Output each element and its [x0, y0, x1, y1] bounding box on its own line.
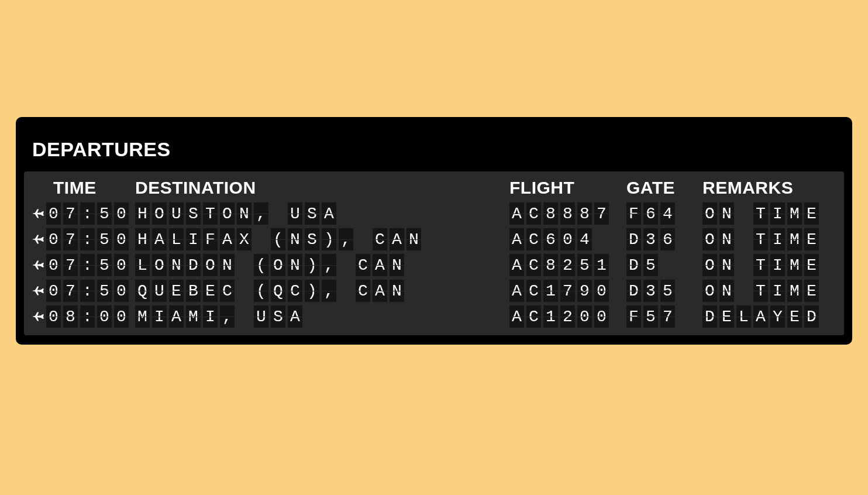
airplane-icon [32, 208, 44, 219]
destination-value: MIAMI,USA [135, 305, 302, 328]
flight-row: 07:50HALIFAX(NS),CANAC604D36ONTIME [30, 226, 838, 252]
header-destination: DESTINATION [135, 178, 256, 198]
destination-value: QUEBEC(QC),CAN [135, 280, 404, 302]
header-time: TIME [32, 178, 97, 198]
destination-value: LONDON(ON),CAN [135, 254, 404, 276]
flight-grid: TIME DESTINATION FLIGHT GATE REMARKS 07:… [24, 171, 844, 335]
gate-value: D35 [626, 280, 675, 302]
time-value: 07:50 [46, 228, 129, 250]
gate-value: D5 [626, 254, 658, 276]
airplane-icon [32, 259, 44, 271]
flight-row: 07:50HOUSTON,USAAC8887F64ONTIME [30, 201, 838, 226]
gate-value: D36 [626, 228, 675, 250]
destination-value: HOUSTON,USA [135, 202, 336, 225]
gate-value: F57 [626, 305, 675, 328]
remarks-value: ONTIME [702, 254, 819, 276]
airplane-icon [32, 311, 44, 322]
time-value: 07:50 [46, 202, 129, 225]
flight-value: AC604 [509, 228, 592, 250]
flight-row: 08:00MIAMI,USAAC1200F57DELAYED [30, 304, 838, 329]
remarks-value: ONTIME [702, 228, 819, 250]
header-remarks: REMARKS [702, 178, 793, 198]
remarks-value: ONTIME [702, 202, 819, 225]
airplane-icon [32, 285, 44, 297]
flight-value: AC8887 [509, 202, 609, 225]
flight-value: AC1790 [509, 280, 609, 302]
board-title: DEPARTURES [24, 128, 844, 171]
airplane-icon [32, 233, 44, 245]
flight-value: AC8251 [509, 254, 609, 276]
flight-row: 07:50LONDON(ON),CANAC8251D5ONTIME [30, 252, 838, 278]
remarks-value: DELAYED [702, 305, 819, 328]
remarks-value: ONTIME [702, 280, 819, 302]
flight-row: 07:50QUEBEC(QC),CANAC1790D35ONTIME [30, 278, 838, 304]
flight-value: AC1200 [509, 305, 609, 328]
header-flight: FLIGHT [509, 178, 574, 198]
gate-value: F64 [626, 202, 675, 225]
departures-board: DEPARTURES TIME DESTINATION FLIGHT GATE … [16, 117, 852, 345]
header-row: TIME DESTINATION FLIGHT GATE REMARKS [30, 175, 838, 201]
time-value: 08:00 [46, 305, 129, 328]
time-value: 07:50 [46, 254, 129, 276]
header-gate: GATE [626, 178, 675, 198]
destination-value: HALIFAX(NS),CAN [135, 228, 421, 250]
time-value: 07:50 [46, 280, 129, 302]
